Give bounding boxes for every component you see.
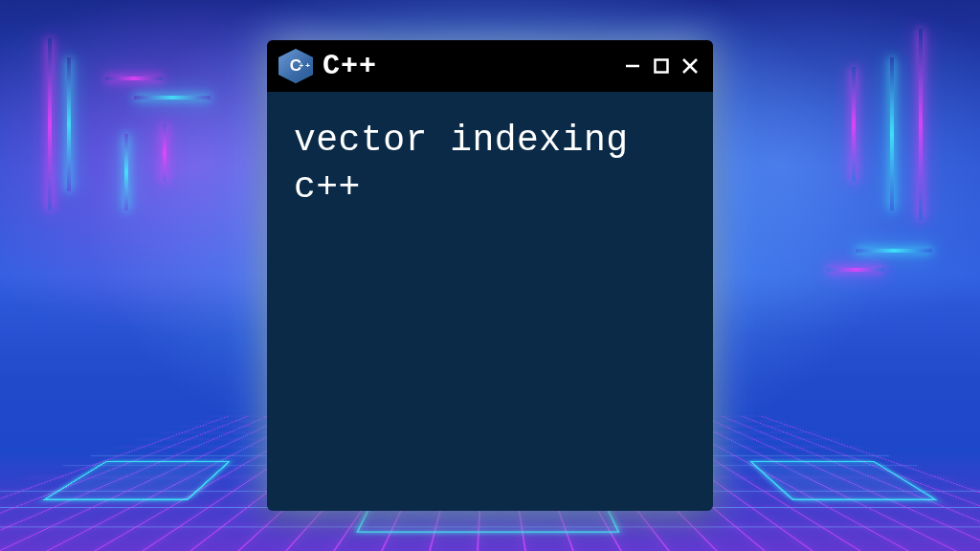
decor-line bbox=[827, 268, 884, 272]
cpp-logo-plus: + + bbox=[299, 63, 310, 69]
svg-rect-1 bbox=[656, 60, 668, 73]
cpp-logo-icon: C + + bbox=[278, 49, 313, 83]
decor-line bbox=[105, 77, 163, 80]
terminal-body[interactable]: vector indexing c++ bbox=[267, 92, 713, 511]
close-icon bbox=[680, 56, 700, 76]
decor-line bbox=[134, 96, 211, 99]
close-button[interactable] bbox=[679, 55, 702, 77]
maximize-button[interactable] bbox=[650, 55, 673, 77]
decor-line bbox=[48, 38, 52, 210]
floor-rect bbox=[43, 461, 231, 500]
decor-line bbox=[163, 124, 167, 182]
decor-line bbox=[856, 249, 932, 253]
decor-line bbox=[852, 67, 856, 182]
window-controls bbox=[621, 55, 702, 77]
terminal-window: C + + C++ vector bbox=[267, 40, 713, 511]
terminal-text: vector indexing c++ bbox=[294, 117, 686, 211]
maximize-icon bbox=[653, 57, 670, 75]
minimize-icon bbox=[624, 57, 641, 75]
titlebar[interactable]: C + + C++ bbox=[267, 40, 713, 92]
decor-line bbox=[919, 29, 923, 220]
decor-line bbox=[890, 57, 894, 210]
minimize-button[interactable] bbox=[621, 55, 644, 77]
window-title: C++ bbox=[323, 50, 612, 82]
floor-rect bbox=[749, 461, 937, 500]
decor-line bbox=[67, 57, 71, 191]
decor-line bbox=[124, 134, 128, 210]
